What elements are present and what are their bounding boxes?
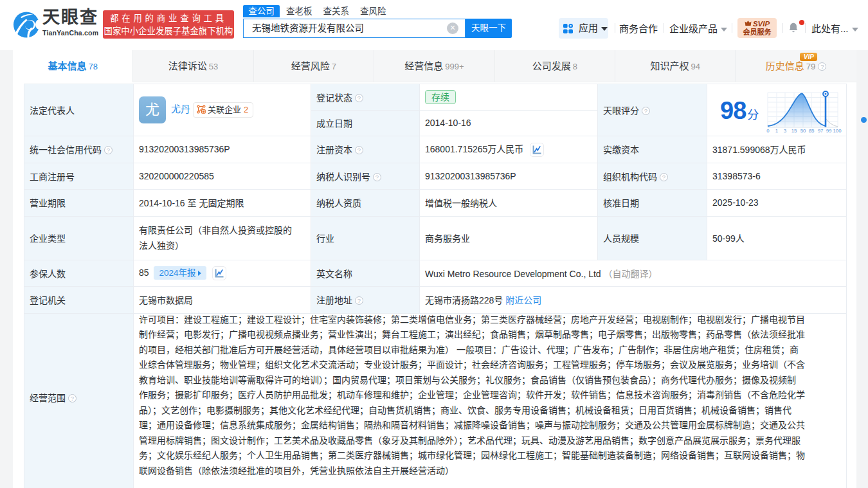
svg-text:100: 100 — [833, 128, 842, 133]
svg-text:3: 3 — [784, 128, 786, 133]
svg-text:99: 99 — [826, 128, 832, 133]
svg-text:97: 97 — [818, 128, 824, 133]
svg-text:1: 1 — [775, 128, 778, 133]
svg-text:50: 50 — [800, 128, 806, 133]
svg-text:15: 15 — [791, 128, 797, 133]
svg-text:85: 85 — [809, 128, 815, 133]
svg-text:0: 0 — [766, 128, 770, 133]
